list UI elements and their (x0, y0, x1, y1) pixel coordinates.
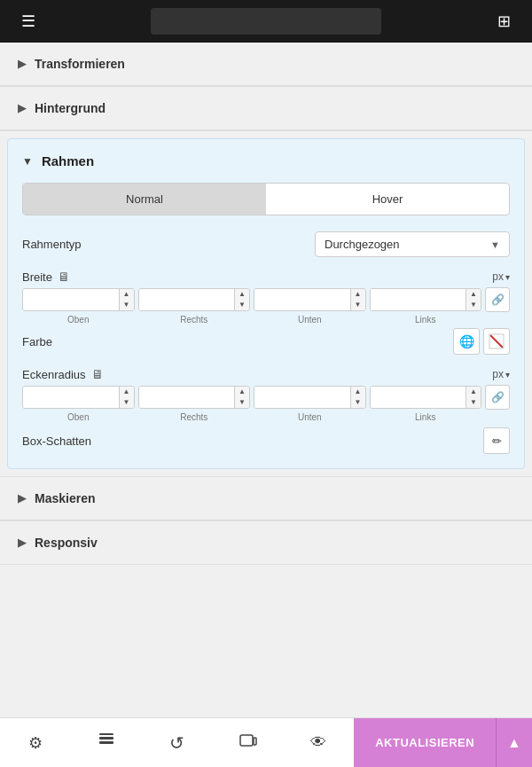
eckenradius-oben-down[interactable]: ▼ (120, 397, 134, 408)
rahmen-title[interactable]: ▼ Rahmen (22, 153, 510, 168)
eckenradius-links-label: Links (370, 412, 482, 422)
breite-rechts-spinner: ▲ ▼ (234, 289, 249, 310)
maskieren-section[interactable]: ▶ Maskieren (0, 477, 532, 520)
farbe-color-buttons: 🌐 (453, 328, 510, 355)
eckenradius-links-up[interactable]: ▲ (466, 387, 481, 397)
eckenradius-links-field[interactable] (371, 387, 466, 408)
rahmentyp-row: Rahmentyp Durchgezogen ▼ (22, 231, 510, 257)
hintergrund-section[interactable]: ▶ Hintergrund (0, 87, 532, 130)
transformieren-arrow: ▶ (18, 58, 26, 70)
responsiv-label: Responsiv (35, 536, 98, 550)
breite-links-up[interactable]: ▲ (466, 289, 481, 300)
breite-unten-input[interactable]: ▲ ▼ (254, 288, 366, 311)
eckenradius-rechts-field[interactable] (139, 387, 235, 408)
eckenradius-unit[interactable]: px ▾ (492, 368, 510, 380)
rahmentyp-value: Durchgezogen (325, 238, 400, 251)
box-schatten-row: Box-Schatten ✏ (22, 427, 510, 454)
eckenradius-unten-spinner: ▲ ▼ (350, 387, 365, 408)
svg-rect-4 (99, 733, 113, 735)
grid-button[interactable]: ⊞ (486, 4, 521, 39)
device-icon (239, 732, 257, 754)
breite-links-down[interactable]: ▼ (466, 300, 481, 310)
eckenradius-input-group: ▲ ▼ ▲ ▼ ▲ ▼ (22, 385, 510, 422)
eckenradius-oben-up[interactable]: ▲ (120, 387, 134, 397)
rahmen-section: ▼ Rahmen Normal Hover Rahmentyp Durchgez… (7, 138, 525, 469)
rahmentyp-dropdown[interactable]: Durchgezogen ▼ (315, 231, 510, 257)
maskieren-label: Maskieren (35, 491, 95, 505)
layers-button[interactable] (71, 718, 142, 767)
rahmen-arrow: ▼ (22, 155, 33, 168)
breite-oben-input[interactable]: ▲ ▼ (22, 288, 135, 311)
breite-oben-field[interactable] (23, 289, 119, 310)
eckenradius-unten-label: Unten (254, 412, 366, 422)
breite-unten-spinner: ▲ ▼ (350, 289, 365, 310)
breite-rechts-field[interactable] (139, 289, 235, 310)
farbe-row: Farbe 🌐 (22, 328, 510, 355)
breite-unten-down[interactable]: ▼ (351, 300, 365, 310)
slash-icon (489, 333, 505, 349)
eckenradius-rechts-down[interactable]: ▼ (235, 397, 249, 408)
farbe-label: Farbe (22, 335, 52, 348)
menu-button[interactable]: ☰ (11, 4, 46, 39)
eckenradius-inputs-row: ▲ ▼ ▲ ▼ ▲ ▼ (22, 385, 510, 410)
breite-unten-field[interactable] (254, 289, 350, 310)
svg-line-0 (490, 335, 503, 348)
eckenradius-rechts-up[interactable]: ▲ (235, 387, 249, 397)
breite-unit[interactable]: px ▾ (492, 270, 510, 283)
breite-links-input[interactable]: ▲ ▼ (370, 288, 482, 311)
eckenradius-oben-spinner: ▲ ▼ (119, 387, 134, 408)
eckenradius-link-btn[interactable]: 🔗 (485, 385, 510, 410)
eckenradius-unten-down[interactable]: ▼ (351, 397, 365, 408)
eye-icon: 👁 (310, 733, 326, 752)
eckenradius-rechts-input[interactable]: ▲ ▼ (138, 386, 251, 409)
breite-oben-down[interactable]: ▼ (120, 300, 134, 310)
eckenradius-sub-labels: Oben Rechts Unten Links (22, 412, 510, 422)
breite-unten-up[interactable]: ▲ (351, 289, 365, 300)
breite-rechts-down[interactable]: ▼ (235, 300, 249, 310)
tab-hover[interactable]: Hover (266, 184, 509, 215)
top-bar-search (151, 8, 381, 35)
breite-inputs-row: ▲ ▼ ▲ ▼ ▲ ▼ (22, 287, 510, 312)
hintergrund-label: Hintergrund (35, 101, 106, 115)
breite-sub-labels: Oben Rechts Unten Links (22, 315, 510, 325)
divider-2 (0, 130, 532, 131)
box-schatten-edit-btn[interactable]: ✏ (483, 427, 510, 454)
eckenradius-label: Eckenradius 🖥 (22, 367, 104, 381)
update-button[interactable]: AKTUALISIEREN (354, 718, 496, 767)
breite-rechts-input[interactable]: ▲ ▼ (138, 288, 251, 311)
tab-normal[interactable]: Normal (23, 184, 266, 215)
eckenradius-oben-field[interactable] (23, 387, 119, 408)
history-button[interactable]: ↺ (142, 718, 213, 767)
eckenradius-links-input[interactable]: ▲ ▼ (370, 386, 482, 409)
breite-rechts-up[interactable]: ▲ (235, 289, 249, 300)
collapse-button[interactable]: ▲ (496, 718, 532, 767)
eckenradius-unten-field[interactable] (254, 387, 350, 408)
transformieren-section[interactable]: ▶ Transformieren (0, 43, 532, 86)
collapse-icon: ▲ (507, 735, 521, 751)
svg-rect-5 (240, 735, 253, 746)
svg-rect-3 (99, 741, 113, 744)
box-schatten-label: Box-Schatten (22, 434, 91, 448)
breite-oben-up[interactable]: ▲ (120, 289, 134, 300)
rahmen-tabs: Normal Hover (22, 183, 510, 215)
top-bar: ☰ ⊞ (0, 0, 532, 43)
breite-unten-label: Unten (254, 315, 366, 325)
transformieren-label: Transformieren (35, 57, 125, 71)
device-button[interactable] (213, 718, 284, 767)
farbe-globe-btn[interactable]: 🌐 (453, 328, 480, 355)
breite-input-group: ▲ ▼ ▲ ▼ ▲ ▼ (22, 287, 510, 325)
eye-button[interactable]: 👁 (283, 718, 354, 767)
breite-links-field[interactable] (371, 289, 466, 310)
eckenradius-rechts-spinner: ▲ ▼ (234, 387, 249, 408)
eckenradius-oben-input[interactable]: ▲ ▼ (22, 386, 135, 409)
gear-button[interactable]: ⚙ (0, 718, 71, 767)
eckenradius-unten-up[interactable]: ▲ (351, 387, 365, 397)
svg-rect-2 (99, 737, 113, 740)
farbe-slash-btn[interactable] (483, 328, 510, 355)
eckenradius-unten-input[interactable]: ▲ ▼ (254, 386, 366, 409)
history-icon: ↺ (169, 732, 184, 754)
responsiv-section[interactable]: ▶ Responsiv (0, 521, 532, 565)
breite-label: Breite 🖥 (22, 270, 70, 284)
eckenradius-links-down[interactable]: ▼ (466, 397, 481, 408)
breite-link-btn[interactable]: 🔗 (485, 287, 510, 312)
